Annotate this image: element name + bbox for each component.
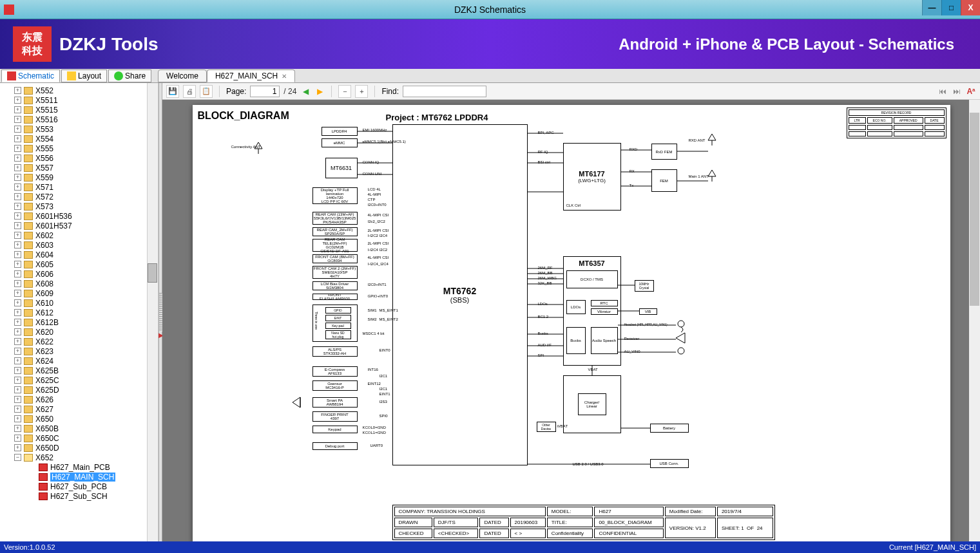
tab-active-document[interactable]: H627_MAIN_SCH✕ xyxy=(207,70,295,82)
mode-layout[interactable]: Layout xyxy=(61,70,107,82)
tree-folder[interactable]: +X625B xyxy=(1,366,157,375)
expand-icon[interactable]: + xyxy=(14,106,21,113)
expand-icon[interactable]: + xyxy=(14,126,21,133)
expand-icon[interactable]: + xyxy=(14,232,21,239)
expand-icon[interactable]: + xyxy=(14,183,21,191)
tree-file[interactable]: H627_Sub_SCH xyxy=(1,491,157,501)
tree-folder[interactable]: +X5515 xyxy=(1,105,157,115)
zoom-out-button[interactable]: − xyxy=(338,85,351,98)
expand-icon[interactable]: + xyxy=(14,164,21,171)
expand-icon[interactable]: + xyxy=(14,241,21,248)
tree-folder[interactable]: +X556 xyxy=(1,153,157,163)
tree-folder[interactable]: +X625D xyxy=(1,385,157,395)
expand-icon[interactable]: + xyxy=(14,87,21,94)
sidebar-scrollbar[interactable] xyxy=(147,83,158,541)
expand-icon[interactable]: + xyxy=(14,319,21,326)
tree-folder[interactable]: +X650 xyxy=(1,414,157,424)
tree-folder[interactable]: +X606 xyxy=(1,269,157,279)
tree-file[interactable]: H627_MAIN_SCH xyxy=(1,472,157,482)
expand-icon[interactable]: + xyxy=(14,328,21,335)
tree-folder[interactable]: +X555 xyxy=(1,144,157,153)
tree-folder[interactable]: +X557 xyxy=(1,163,157,173)
tree-folder[interactable]: +X554 xyxy=(1,134,157,144)
find-input[interactable] xyxy=(403,86,486,97)
expand-icon[interactable]: + xyxy=(14,203,21,210)
tree-folder[interactable]: +X612 xyxy=(1,308,157,317)
tree-folder[interactable]: +X626 xyxy=(1,395,157,404)
expand-icon[interactable]: + xyxy=(14,155,21,162)
expand-icon[interactable]: + xyxy=(14,357,21,364)
tree-folder[interactable]: +X609 xyxy=(1,288,157,298)
expand-icon[interactable]: + xyxy=(14,97,21,104)
mode-schematic[interactable]: Schematic xyxy=(1,70,60,82)
tree-file[interactable]: H627_Sub_PCB xyxy=(1,482,157,491)
tree-folder[interactable]: +X602 xyxy=(1,230,157,240)
expand-icon[interactable]: + xyxy=(14,309,21,316)
last-page-button[interactable]: ⏭ xyxy=(952,86,962,97)
expand-icon[interactable]: + xyxy=(14,222,21,229)
zoom-in-button[interactable]: + xyxy=(355,85,368,98)
tree-folder[interactable]: +X650B xyxy=(1,424,157,433)
tree-folder[interactable]: +X601H537 xyxy=(1,221,157,230)
tree-folder[interactable]: +X625C xyxy=(1,375,157,385)
expand-icon[interactable]: + xyxy=(14,338,21,345)
tree-folder[interactable]: +X605 xyxy=(1,259,157,269)
expand-icon[interactable]: + xyxy=(14,290,21,297)
tree-folder[interactable]: +X601H536 xyxy=(1,211,157,221)
expand-icon[interactable]: + xyxy=(14,396,21,403)
mode-share[interactable]: Share xyxy=(108,70,151,82)
tree-folder[interactable]: +X624 xyxy=(1,356,157,366)
tree-folder[interactable]: +X553 xyxy=(1,124,157,134)
tree-folder[interactable]: +X612B xyxy=(1,317,157,327)
expand-icon[interactable]: + xyxy=(14,261,21,268)
page-number-input[interactable] xyxy=(250,86,280,97)
first-page-button[interactable]: ⏮ xyxy=(937,86,948,97)
tree-folder[interactable]: +X623 xyxy=(1,346,157,356)
tree-folder[interactable]: +X622 xyxy=(1,337,157,346)
tree-folder[interactable]: +X620 xyxy=(1,327,157,337)
expand-icon[interactable]: + xyxy=(14,280,21,287)
tree-folder[interactable]: +X610 xyxy=(1,298,157,308)
expand-icon[interactable]: + xyxy=(14,367,21,374)
tree-folder[interactable]: +X608 xyxy=(1,279,157,288)
expand-icon[interactable]: + xyxy=(14,270,21,277)
save-button[interactable]: 💾 xyxy=(166,85,179,98)
tree-folder[interactable]: +X552 xyxy=(1,86,157,95)
tree-folder[interactable]: +X559 xyxy=(1,173,157,182)
expand-icon[interactable]: + xyxy=(14,212,21,220)
expand-icon[interactable]: + xyxy=(14,435,21,442)
tree-folder[interactable]: +X627 xyxy=(1,404,157,414)
tree-folder[interactable]: +X603 xyxy=(1,240,157,250)
print-button[interactable]: 🖨 xyxy=(183,85,196,98)
maximize-button[interactable]: □ xyxy=(941,0,961,15)
tree-folder[interactable]: +X572 xyxy=(1,192,157,202)
expand-icon[interactable]: + xyxy=(14,386,21,393)
viewer-scrollbar-v[interactable] xyxy=(969,100,980,541)
expand-icon[interactable]: + xyxy=(14,116,21,123)
expand-icon[interactable]: + xyxy=(14,415,21,422)
tab-welcome[interactable]: Welcome xyxy=(158,70,207,82)
viewer-scroll-thumb[interactable] xyxy=(970,113,979,306)
tree-folder[interactable]: +X650D xyxy=(1,443,157,453)
tree-file[interactable]: H627_Main_PCB xyxy=(1,462,157,472)
prev-page-button[interactable]: ◀ xyxy=(300,86,311,97)
expand-icon[interactable]: + xyxy=(14,145,21,152)
tree-folder[interactable]: +X573 xyxy=(1,202,157,211)
expand-icon[interactable]: + xyxy=(14,406,21,413)
expand-icon[interactable]: + xyxy=(14,251,21,258)
tree-folder[interactable]: +X650C xyxy=(1,433,157,443)
expand-icon[interactable]: + xyxy=(14,377,21,384)
close-tab-icon[interactable]: ✕ xyxy=(282,73,287,80)
expand-icon[interactable]: + xyxy=(14,174,21,181)
expand-icon[interactable]: + xyxy=(14,193,21,200)
expand-icon[interactable]: + xyxy=(14,299,21,306)
tree-folder[interactable]: +X571 xyxy=(1,182,157,192)
expand-icon[interactable]: + xyxy=(14,444,21,451)
copy-button[interactable]: 📋 xyxy=(200,85,213,98)
tree-folder[interactable]: +X604 xyxy=(1,250,157,259)
tree-folder[interactable]: +X5511 xyxy=(1,95,157,105)
collapse-icon[interactable]: − xyxy=(14,454,21,461)
close-button[interactable]: X xyxy=(961,0,980,15)
text-tool-button[interactable]: Aª xyxy=(966,86,976,97)
minimize-button[interactable]: — xyxy=(922,0,941,15)
